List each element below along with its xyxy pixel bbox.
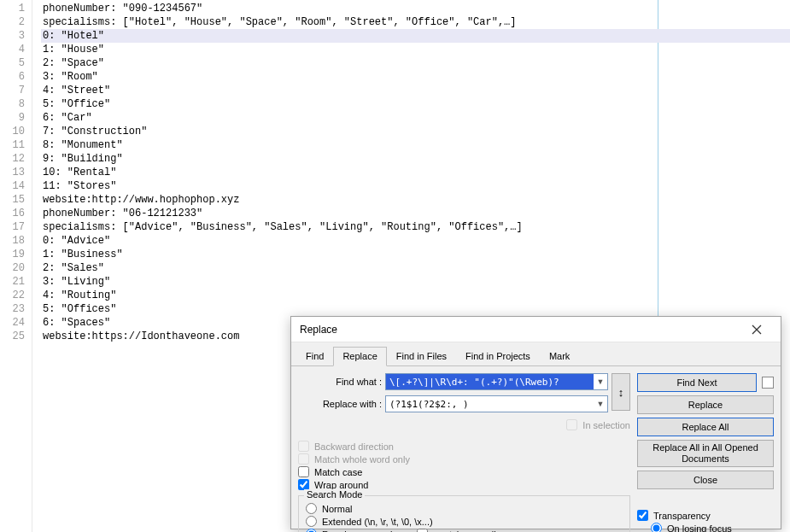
transparency-losing-focus-option[interactable]: On losing focus [651,523,774,532]
line-number: 6 [2,70,25,84]
close-icon[interactable] [740,319,774,340]
tab-find-in-files[interactable]: Find in Files [387,347,456,366]
line-number: 19 [2,248,25,261]
line-number: 7 [2,84,25,97]
line-number: 12 [2,152,25,166]
code-line[interactable]: 5: "Office" [41,97,790,111]
find-next-aux-checkbox[interactable] [762,377,774,389]
backward-checkbox [298,441,309,452]
line-number: 20 [2,261,25,275]
line-number: 17 [2,220,25,234]
code-line[interactable]: 4: "Routing" [41,289,790,302]
mode-extended-radio[interactable] [306,516,317,527]
transparency-label: Transparency [653,511,711,521]
mode-normal-option[interactable]: Normal [306,503,623,514]
code-line[interactable]: 6: "Car" [41,111,790,125]
line-number: 2 [2,15,25,29]
code-line[interactable]: 3: "Living" [41,275,790,289]
line-number: 23 [2,302,25,316]
find-what-combo[interactable]: ▼ [385,373,608,390]
tab-find-in-projects[interactable]: Find in Projects [456,347,540,366]
line-number: 13 [2,166,25,179]
mode-regex-option[interactable]: Regular expression . matches newline [306,529,623,532]
search-mode-group: Search Mode Normal Extended (\n, \r, \t,… [298,495,630,532]
dot-newline-checkbox[interactable] [417,529,428,532]
mode-normal-label: Normal [322,504,352,514]
code-line[interactable]: 1: "House" [41,43,790,56]
in-selection-checkbox [566,419,577,430]
line-number: 1 [2,2,25,15]
chevron-down-icon[interactable]: ▼ [594,377,607,386]
line-number: 16 [2,207,25,220]
transparency-option[interactable]: Transparency [637,510,774,521]
replace-all-button[interactable]: Replace All [637,418,774,436]
line-number: 10 [2,125,25,138]
mode-extended-label: Extended (\n, \r, \t, \0, \x...) [322,517,433,527]
code-line[interactable]: phoneNumber: "090-1234567" [41,2,790,15]
mode-extended-option[interactable]: Extended (\n, \r, \t, \0, \x...) [306,516,623,527]
code-line[interactable]: 2: "Sales" [41,261,790,275]
code-line[interactable]: 5: "Offices" [41,302,790,316]
find-next-button[interactable]: Find Next [637,373,757,392]
match-case-checkbox[interactable] [298,466,309,477]
chevron-down-icon[interactable]: ▼ [594,400,607,408]
dialog-right-column: Find Next Replace Replace All Replace Al… [637,373,774,532]
dialog-titlebar[interactable]: Replace [291,317,781,342]
close-button[interactable]: Close [637,471,774,489]
swap-icon: ↕ [618,386,624,399]
line-number: 9 [2,111,25,125]
code-line[interactable]: 0: "Hotel" [41,29,790,43]
swap-button[interactable]: ↕ [612,373,630,411]
line-number: 14 [2,179,25,193]
match-case-option[interactable]: Match case [298,466,630,477]
whole-word-label: Match whole word only [314,454,410,465]
code-line[interactable]: 0: "Advice" [41,234,790,248]
line-number: 8 [2,97,25,111]
replace-with-combo[interactable]: ▼ [385,395,608,412]
mode-regex-label: Regular expression [322,529,403,533]
code-line[interactable]: 10: "Rental" [41,166,790,179]
replace-dialog: Replace Find Replace Find in Files Find … [290,316,781,529]
dialog-title: Replace [300,324,740,336]
code-line[interactable]: 3: "Room" [41,70,790,84]
code-line[interactable]: website:http://www.hophophop.xyz [41,193,790,207]
backward-option: Backward direction [298,441,630,452]
code-line[interactable]: 7: "Construction" [41,125,790,138]
code-line[interactable]: specialisms: ["Hotel", "House", "Space",… [41,15,790,29]
whole-word-option: Match whole word only [298,453,630,465]
code-line[interactable]: 2: "Space" [41,56,790,70]
find-what-label: Find what : [298,377,382,387]
code-line[interactable]: 9: "Building" [41,152,790,166]
dialog-body: Find what : ▼ Replace with : ▼ [291,366,781,532]
replace-with-input[interactable] [386,396,594,412]
transparency-losing-focus-radio[interactable] [651,523,662,532]
line-number: 22 [2,289,25,302]
line-number: 25 [2,330,25,343]
code-line[interactable]: 8: "Monument" [41,138,790,152]
replace-button[interactable]: Replace [637,395,774,414]
replace-all-opened-button[interactable]: Replace All in All Opened Documents [637,440,774,467]
line-number: 24 [2,316,25,330]
code-line[interactable]: 4: "Street" [41,84,790,97]
code-line[interactable]: phoneNumber: "06-12121233" [41,207,790,220]
in-selection-option: In selection [566,419,630,430]
transparency-checkbox[interactable] [637,510,648,521]
backward-label: Backward direction [314,441,394,452]
dot-newline-label: . matches newline [431,529,506,533]
tab-replace[interactable]: Replace [333,347,386,366]
find-what-input[interactable] [386,374,594,389]
code-line[interactable]: 11: "Stores" [41,179,790,193]
line-number: 4 [2,43,25,56]
dialog-left-column: Find what : ▼ Replace with : ▼ [298,373,630,532]
code-line[interactable]: 1: "Business" [41,248,790,261]
tab-mark[interactable]: Mark [540,347,579,366]
in-selection-label: In selection [582,420,630,430]
code-line[interactable]: specialisms: ["Advice", "Business", "Sal… [41,220,790,234]
match-case-label: Match case [314,467,362,477]
line-number: 5 [2,56,25,70]
tab-find[interactable]: Find [296,347,333,366]
mode-regex-radio[interactable] [306,529,317,532]
wrap-around-label: Wrap around [314,480,368,490]
mode-normal-radio[interactable] [306,503,317,514]
line-number: 15 [2,193,25,207]
